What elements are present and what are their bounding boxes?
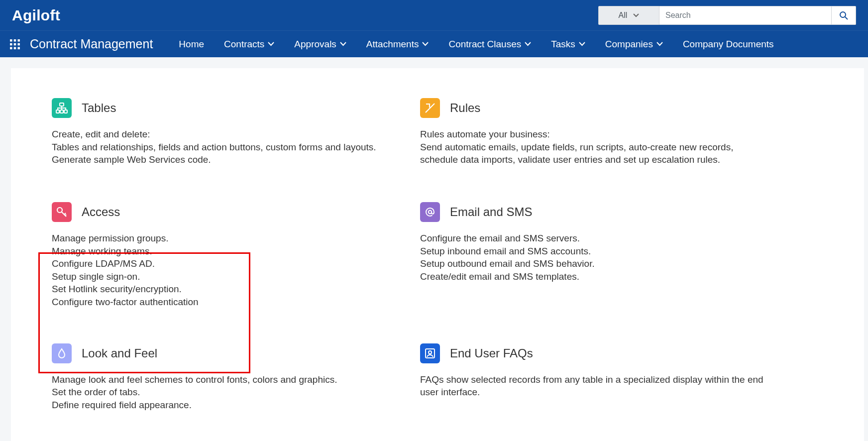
chevron-down-icon xyxy=(422,42,429,46)
nav-item-tasks[interactable]: Tasks xyxy=(543,36,593,53)
at-sign-icon xyxy=(420,202,440,222)
card-title: Look and Feel xyxy=(82,346,157,360)
brand-logo: Agiloft xyxy=(12,7,60,24)
nav-item-attachments[interactable]: Attachments xyxy=(358,36,437,53)
svg-rect-7 xyxy=(18,43,20,45)
nav-label: Company Documents xyxy=(683,39,774,50)
card-description: Manage look and feel schemes to control … xyxy=(52,373,400,412)
top-bar: Agiloft All xyxy=(0,0,868,30)
nav-label: Home xyxy=(179,39,204,50)
search-scope-select[interactable]: All xyxy=(598,6,659,25)
svg-rect-12 xyxy=(56,110,59,113)
card-description: Configure the email and SMS servers. Set… xyxy=(420,232,768,283)
nav-item-companies[interactable]: Companies xyxy=(597,36,671,53)
svg-rect-5 xyxy=(10,43,12,45)
nav-item-home[interactable]: Home xyxy=(171,36,212,53)
card-access[interactable]: Access Manage permission groups. Manage … xyxy=(52,202,420,309)
nav-label: Contract Clauses xyxy=(448,39,521,50)
card-title: Access xyxy=(82,205,120,219)
nav-bar: Contract Management Home Contracts Appro… xyxy=(0,30,868,57)
card-description: FAQs show selected records from any tabl… xyxy=(420,373,768,399)
nav-label: Tasks xyxy=(551,39,575,50)
svg-rect-2 xyxy=(10,39,12,42)
svg-line-1 xyxy=(845,17,848,19)
svg-rect-11 xyxy=(60,103,64,106)
search-button[interactable] xyxy=(832,6,856,25)
card-title: Rules xyxy=(450,101,480,115)
chevron-down-icon xyxy=(579,42,585,46)
workspace-title: Contract Management xyxy=(30,37,153,51)
app-launcher-button[interactable] xyxy=(8,37,22,51)
settings-panel: Tables Create, edit and delete: Tables a… xyxy=(11,68,864,441)
svg-point-0 xyxy=(840,12,846,17)
chevron-down-icon xyxy=(525,42,531,46)
chevron-down-icon xyxy=(633,13,639,17)
card-title: Tables xyxy=(82,101,116,115)
search-icon xyxy=(839,11,848,20)
svg-rect-4 xyxy=(18,39,20,42)
search-input[interactable] xyxy=(659,6,832,25)
search-bar: All xyxy=(598,6,856,25)
svg-rect-8 xyxy=(10,47,12,49)
nav-label: Companies xyxy=(605,39,653,50)
nav-label: Approvals xyxy=(294,39,336,50)
tables-icon xyxy=(52,98,72,118)
svg-rect-6 xyxy=(14,43,16,45)
card-rules[interactable]: Rules Rules automate your business: Send… xyxy=(420,98,788,166)
chevron-down-icon xyxy=(656,42,663,46)
card-email-sms[interactable]: Email and SMS Configure the email and SM… xyxy=(420,202,788,309)
svg-point-18 xyxy=(429,351,432,354)
svg-rect-13 xyxy=(60,110,63,113)
svg-rect-14 xyxy=(64,110,67,113)
nav-item-contracts[interactable]: Contracts xyxy=(216,36,282,53)
card-description: Manage permission groups. Manage working… xyxy=(52,232,400,309)
svg-rect-9 xyxy=(14,47,16,49)
nav-label: Contracts xyxy=(224,39,264,50)
chevron-down-icon xyxy=(268,42,274,46)
card-tables[interactable]: Tables Create, edit and delete: Tables a… xyxy=(52,98,420,166)
card-title: End User FAQs xyxy=(450,346,533,360)
key-icon xyxy=(52,202,72,222)
user-card-icon xyxy=(420,343,440,363)
card-end-user-faqs[interactable]: End User FAQs FAQs show selected records… xyxy=(420,343,788,412)
search-scope-label: All xyxy=(619,11,628,20)
card-description: Rules automate your business: Send autom… xyxy=(420,128,768,166)
svg-rect-10 xyxy=(18,47,20,49)
nav-item-approvals[interactable]: Approvals xyxy=(286,36,354,53)
nav-item-company-documents[interactable]: Company Documents xyxy=(675,36,774,53)
nav-item-contract-clauses[interactable]: Contract Clauses xyxy=(440,36,539,53)
chevron-down-icon xyxy=(340,42,346,46)
grid-icon xyxy=(9,39,20,50)
droplet-icon xyxy=(52,343,72,363)
card-description: Create, edit and delete: Tables and rela… xyxy=(52,128,400,166)
rules-icon xyxy=(420,98,440,118)
svg-rect-3 xyxy=(14,39,16,42)
stage: Tables Create, edit and delete: Tables a… xyxy=(0,57,868,441)
card-look-and-feel[interactable]: Look and Feel Manage look and feel schem… xyxy=(52,343,420,412)
nav-label: Attachments xyxy=(366,39,419,50)
card-title: Email and SMS xyxy=(450,205,532,219)
